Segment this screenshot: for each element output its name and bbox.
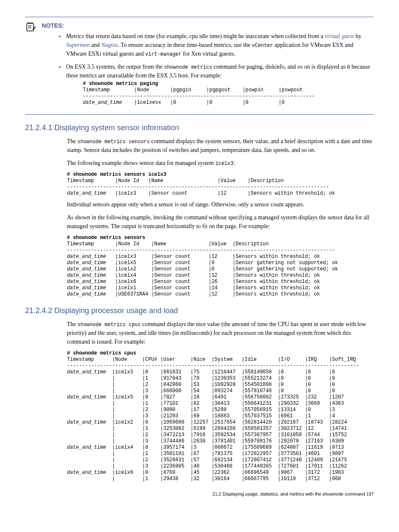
cmd-line: # shownode metrics sensors icelx3 [67, 172, 166, 177]
example-sensors-single: # shownode metrics sensors icelx3 Timest… [67, 172, 374, 197]
code-virt-manager: virt-manager [145, 51, 181, 57]
link-supermon[interactable]: Supermon [66, 42, 90, 48]
section-body: The shownode metrics cpus command displa… [67, 320, 374, 482]
text: The [67, 138, 77, 144]
code-shownode-metrics: shownode metrics [164, 64, 212, 70]
example-paging: # shownode metrics paging Timestamp |Nod… [83, 81, 374, 106]
code-vcenter: vCenter [252, 43, 273, 49]
cmd-line: # shownode metrics paging [83, 81, 158, 87]
cmd-output: Timestamp |Node Id |Name |Value |Descrip… [67, 178, 335, 196]
note-text: by [354, 33, 361, 39]
section-heading-sensors: 21.2.4.1 Displaying system sensor inform… [25, 122, 374, 134]
notes-block: NOTES: Metrics that return data based on… [25, 21, 374, 110]
text: : [233, 160, 235, 166]
cmd-output: Timestamp |Node |pgpgin |pgpgout |pswpin… [83, 87, 315, 105]
para: Individual sensors appear only when a se… [67, 200, 374, 209]
note-text: command for paging, diskinfo, and so on … [212, 64, 347, 70]
cmd-line: # shownode metrics cpus [67, 350, 136, 356]
note-text: for Xen virtual guests. [182, 51, 235, 57]
example-sensors-all: # shownode metrics sensors Timestamp |No… [67, 235, 374, 298]
text: The [67, 321, 77, 327]
page-footer: 21.2 Displaying usage, statistics, and m… [25, 491, 374, 498]
note-text: and [90, 42, 101, 48]
note-text: On ESX 3.5 systems, the output from the [66, 64, 164, 70]
example-cpus: # shownode metrics cpus Timestamp |Node … [67, 350, 374, 482]
link-nagios[interactable]: Nagios [101, 42, 118, 48]
para: The shownode metrics sensors command dis… [67, 137, 374, 154]
code-zero: 0 [347, 64, 350, 70]
note-item: On ESX 3.5 systems, the output from the … [59, 62, 374, 106]
rule-top [25, 17, 374, 17]
rule-bottom [25, 114, 374, 115]
section-heading-cpus: 21.2.4.2 Displaying processor usage and … [25, 305, 374, 316]
note-text: Metrics that return data based on time (… [66, 33, 325, 39]
cmd-output: Timestamp |Node |CPU# |User |Nice |Syste… [67, 357, 359, 482]
notes-icon [25, 21, 39, 35]
cmd-line: # shownode metrics sensors [67, 235, 145, 241]
notes-list: Metrics that return data based on time (… [59, 32, 374, 106]
svg-rect-0 [27, 23, 33, 31]
code-cpus-cmd: shownode metrics cpus [77, 322, 141, 328]
note-item: Metrics that return data based on time (… [59, 32, 374, 58]
cmd-output: Timestamp |Node Id |Name |Value |Descrip… [67, 241, 338, 297]
code-sensors-cmd: shownode metrics sensors [77, 139, 150, 145]
text: The following example shows sensor data … [67, 160, 215, 166]
para: As shown in the following example, invok… [67, 213, 374, 231]
note-text: . To ensure accuracy in these time-based… [118, 42, 252, 48]
para: The shownode metrics cpus command displa… [67, 320, 374, 346]
section-body: The shownode metrics sensors command dis… [67, 137, 374, 298]
para: The following example shows sensor data … [67, 159, 374, 167]
code-icelx3: icelx3 [215, 161, 233, 167]
link-virtual-guest[interactable]: virtual guest [325, 33, 354, 39]
notes-heading: NOTES: [42, 21, 374, 30]
